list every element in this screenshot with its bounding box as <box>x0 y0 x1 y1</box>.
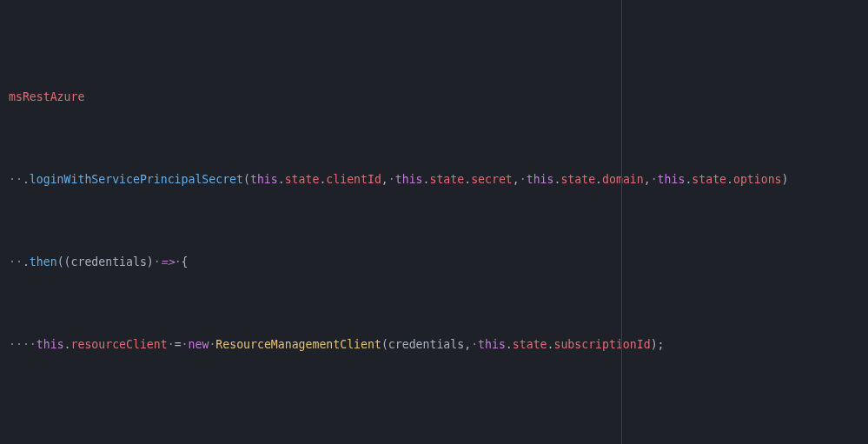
code-line: ··.loginWithServicePrincipalSecret(this.… <box>9 171 868 188</box>
keyword: new <box>189 338 209 351</box>
code-line: ··.then((credentials)·=>·{ <box>9 254 868 270</box>
code-line: msRestAzure <box>9 89 868 105</box>
keyword: this <box>250 173 278 186</box>
param: credentials <box>71 255 147 268</box>
identifier: msRestAzure <box>9 90 84 103</box>
editor-ruler <box>621 0 622 444</box>
ws-dot: · <box>16 173 23 186</box>
ws-dot: · <box>9 173 16 186</box>
class-name: ResourceManagementClient <box>215 338 381 351</box>
code-line <box>9 419 868 435</box>
code-editor[interactable]: msRestAzure ··.loginWithServicePrincipal… <box>0 0 868 444</box>
method: then <box>30 255 57 268</box>
method: loginWithServicePrincipalSecret <box>30 173 243 186</box>
arrow: => <box>161 255 175 268</box>
code-line: ····this.resourceClient·=·new·ResourceMa… <box>9 336 868 353</box>
